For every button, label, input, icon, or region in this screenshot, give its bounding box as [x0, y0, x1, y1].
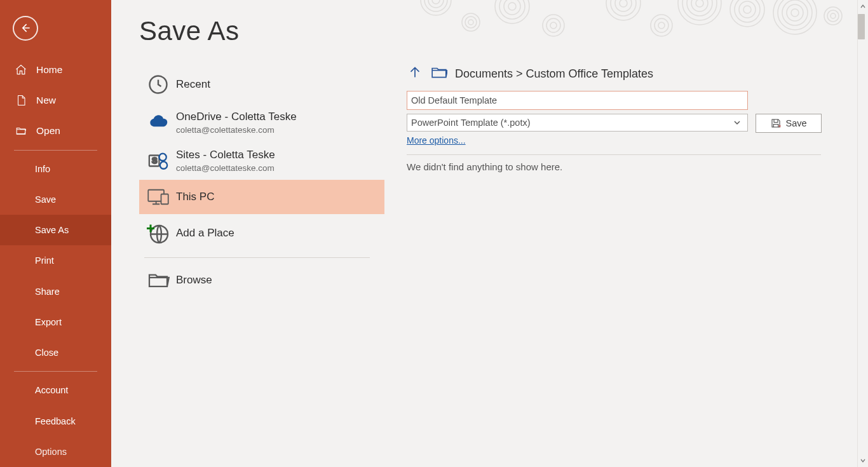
save-locations-list: Recent OneDrive - Coletta Teske coletta@… [139, 65, 384, 296]
svg-point-40 [159, 154, 166, 161]
save-button[interactable]: Save [756, 114, 822, 133]
more-options-link[interactable]: More options... [407, 135, 748, 146]
sidebar-item-save-as[interactable]: Save As [0, 215, 111, 245]
svg-text:S: S [152, 156, 158, 165]
home-icon [15, 64, 27, 76]
location-this-pc[interactable]: This PC [139, 180, 384, 214]
filename-input[interactable] [407, 91, 748, 110]
back-button[interactable] [13, 16, 38, 41]
sidebar-item-open[interactable]: Open [0, 116, 111, 146]
save-icon [770, 118, 782, 129]
add-place-icon [140, 222, 176, 245]
sidebar-item-account[interactable]: Account [0, 375, 111, 405]
sidebar-label-home: Home [36, 64, 62, 76]
sidebar-label-open: Open [36, 125, 60, 137]
location-onedrive[interactable]: OneDrive - Coletta Teske coletta@coletta… [139, 104, 384, 142]
empty-state-text: We didn't find anything to show here. [407, 161, 855, 172]
sidebar-divider [14, 371, 97, 372]
location-sites[interactable]: S Sites - Coletta Teske coletta@colettat… [139, 142, 384, 180]
sidebar-divider [14, 150, 97, 151]
sidebar-item-share[interactable]: Share [0, 276, 111, 306]
new-document-icon [15, 94, 27, 107]
backstage-sidebar: Home New Open Info Save Save As Print Sh… [0, 0, 111, 467]
browse-folder-icon [140, 271, 176, 289]
filetype-dropdown[interactable]: PowerPoint Template (*.potx) [407, 114, 748, 132]
sidebar-item-print[interactable]: Print [0, 245, 111, 276]
location-add-place[interactable]: Add a Place [139, 214, 384, 252]
save-button-label: Save [785, 118, 806, 128]
save-details-panel: Documents > Custom Office Templates Powe… [384, 64, 868, 172]
up-folder-button[interactable] [407, 64, 423, 83]
sidebar-item-info[interactable]: Info [0, 153, 111, 184]
chevron-down-icon [733, 119, 741, 126]
details-divider [407, 154, 821, 155]
sidebar-item-save[interactable]: Save [0, 184, 111, 215]
sidebar-item-home[interactable]: Home [0, 55, 111, 85]
location-browse[interactable]: Browse [139, 264, 384, 296]
sharepoint-icon: S [140, 150, 176, 172]
sidebar-item-export[interactable]: Export [0, 307, 111, 337]
back-arrow-icon [19, 22, 32, 34]
filetype-value: PowerPoint Template (*.potx) [411, 118, 531, 128]
svg-point-41 [160, 161, 167, 168]
sidebar-label-new: New [36, 95, 56, 106]
location-recent[interactable]: Recent [139, 65, 384, 104]
sidebar-item-close[interactable]: Close [0, 337, 111, 368]
svg-rect-44 [161, 194, 168, 205]
vertical-scrollbar[interactable] [857, 0, 868, 467]
open-folder-icon [15, 125, 27, 137]
locations-divider [144, 257, 370, 258]
scroll-down-button[interactable] [858, 454, 869, 467]
scroll-thumb[interactable] [858, 14, 865, 39]
page-title: Save As [139, 16, 868, 46]
sidebar-item-feedback[interactable]: Feedback [0, 405, 111, 436]
sidebar-item-options[interactable]: Options [0, 437, 111, 467]
breadcrumb-path[interactable]: Documents > Custom Office Templates [455, 67, 653, 81]
sidebar-item-new[interactable]: New [0, 85, 111, 116]
recent-icon [140, 73, 176, 96]
folder-icon [431, 65, 447, 82]
this-pc-icon [140, 187, 176, 206]
onedrive-icon [140, 114, 176, 131]
scroll-up-button[interactable] [858, 0, 869, 13]
